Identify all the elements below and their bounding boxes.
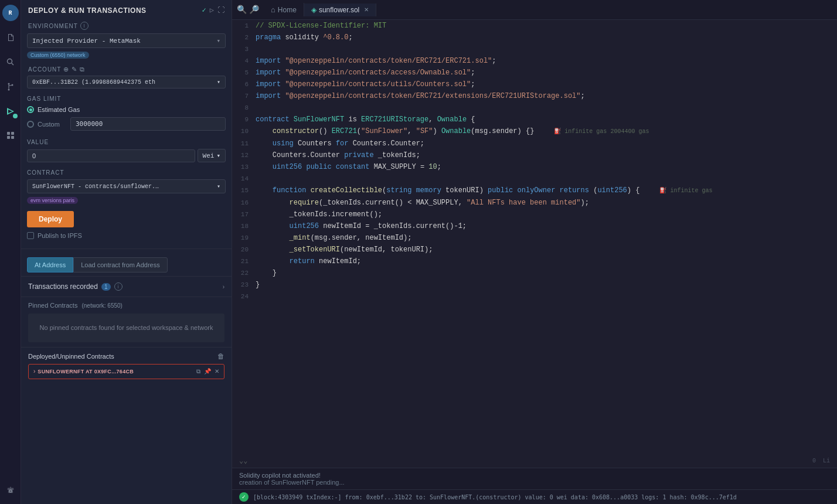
- transactions-count-badge: 1: [101, 283, 111, 291]
- deploy-run-icon[interactable]: [2, 103, 19, 120]
- file-tab[interactable]: ◈ sunflower.sol ✕: [304, 4, 376, 16]
- files-icon[interactable]: [2, 29, 19, 46]
- svg-rect-8: [7, 132, 10, 135]
- transactions-header[interactable]: Transactions recorded 1 i ›: [28, 282, 224, 291]
- code-line-5: 5 import "@openzeppelin/contracts/access…: [232, 67, 837, 79]
- transactions-chevron-icon[interactable]: ›: [223, 284, 224, 290]
- code-line-6: 6 import "@openzeppelin/contracts/utils/…: [232, 79, 837, 90]
- settings-icon[interactable]: [2, 483, 19, 499]
- load-contract-button[interactable]: Load contract from Address: [73, 257, 168, 273]
- logo-icon[interactable]: R: [2, 5, 19, 21]
- svg-rect-9: [11, 132, 14, 135]
- code-line-23: 23 }: [232, 279, 837, 291]
- svg-rect-6: [7, 136, 10, 139]
- unit-chevron-icon: ▾: [216, 152, 220, 159]
- delete-contract-icon[interactable]: ✕: [215, 368, 219, 375]
- collapse-icon[interactable]: ⌄⌄: [239, 457, 247, 465]
- bottom-status-bar: Solidity copilot not activated! creation…: [232, 468, 837, 489]
- git-icon[interactable]: [2, 79, 19, 95]
- bottom-log: ✓ [block:4303949 txIndex:-] from: 0xebf.…: [232, 489, 837, 504]
- contract-section: CONTRACT SunFlowerNFT - contracts/sunflo…: [21, 165, 232, 244]
- publish-row: Publish to IPFS: [27, 230, 226, 241]
- code-line-15: 15 function createCollectible(string mem…: [232, 185, 837, 197]
- custom-gas-row: Custom: [27, 117, 226, 131]
- network-badge: Custom (6550) network: [21, 50, 232, 62]
- code-line-8: 8: [232, 102, 837, 114]
- home-tab[interactable]: ⌂ Home: [264, 3, 304, 16]
- pinned-section: Pinned Contracts (network: 6550) No pinn…: [21, 297, 232, 347]
- code-line-21: 21 return newItemId;: [232, 256, 837, 267]
- tab-bar-icons: 🔍 🔎: [237, 5, 259, 15]
- zoom-in-icon[interactable]: 🔎: [249, 5, 259, 15]
- code-line-10: 10 constructor() ERC721("SunFlower", "SF…: [232, 125, 837, 138]
- unit-select[interactable]: Wei ▾: [198, 149, 226, 162]
- publish-ipfs-checkbox[interactable]: [27, 232, 34, 239]
- custom-gas-radio[interactable]: [27, 121, 34, 128]
- value-row: Wei ▾: [27, 149, 226, 162]
- code-line-1: 1 // SPDX-License-Identifier: MIT: [232, 20, 837, 32]
- success-icon: ✓: [239, 492, 249, 502]
- at-address-button[interactable]: At Address: [27, 257, 73, 273]
- value-input[interactable]: [27, 149, 195, 162]
- deployed-contract-name: › SUNFLOWERNFT AT 0X9FC...764CB: [33, 368, 134, 374]
- plugins-icon[interactable]: [2, 128, 19, 144]
- tab-bar: 🔍 🔎 ⌂ Home ◈ sunflower.sol ✕: [232, 0, 837, 20]
- estimated-gas-radio-row: Estimated Gas: [27, 104, 226, 115]
- svg-point-3: [8, 89, 9, 91]
- svg-rect-7: [11, 136, 14, 139]
- estimated-gas-radio[interactable]: [27, 106, 34, 113]
- transactions-info-icon[interactable]: i: [114, 282, 123, 291]
- account-chevron-icon: ▾: [217, 79, 220, 86]
- code-line-11: 11 using Counters for Counters.Counter;: [232, 138, 837, 149]
- code-line-18: 18 uint256 newItemId = _tokenIds.current…: [232, 220, 837, 232]
- expand-icon[interactable]: ⛶: [217, 6, 224, 15]
- code-line-19: 19 _mint(msg.sender, newItemId);: [232, 232, 837, 244]
- value-section-label: VALUE: [27, 137, 226, 147]
- play-icon[interactable]: ▷: [210, 6, 214, 15]
- li-label: Li: [823, 458, 830, 464]
- home-icon: ⌂: [271, 5, 275, 14]
- custom-gas-input[interactable]: [70, 117, 226, 131]
- contract-expand-icon[interactable]: ›: [33, 368, 35, 374]
- gas-section-label: GAS LIMIT: [27, 93, 226, 104]
- contract-select[interactable]: SunFlowerNFT - contracts/sunflower.sc ▾: [27, 179, 226, 193]
- file-tab-close-icon[interactable]: ✕: [364, 6, 369, 13]
- code-line-17: 17 _tokenIds.increment();: [232, 209, 837, 220]
- account-select[interactable]: 0xEBF...31B22 (1.99988689442375 eth ▾: [27, 76, 226, 88]
- code-line-7: 7 import "@openzeppelin/contracts/token/…: [232, 90, 837, 102]
- search-icon[interactable]: [2, 54, 19, 70]
- account-edit-icon[interactable]: ✎: [72, 66, 77, 73]
- deployed-header: Deployed/Unpinned Contracts 🗑: [28, 352, 224, 360]
- account-row: 0xEBF...31B22 (1.99988689442375 eth ▾: [27, 76, 226, 88]
- deployed-contract-row: › SUNFLOWERNFT AT 0X9FC...764CB ⧉ 📌 ✕: [28, 364, 224, 379]
- value-section: VALUE Wei ▾: [21, 134, 232, 165]
- zoom-out-icon[interactable]: 🔍: [237, 5, 247, 15]
- right-panel: 🔍 🔎 ⌂ Home ◈ sunflower.sol ✕ 1 // SPDX-L…: [232, 0, 837, 504]
- pin-contract-icon[interactable]: 📌: [204, 368, 211, 375]
- scroll-num: 0: [812, 458, 816, 464]
- env-section-label: ENVIRONMENT i: [21, 18, 232, 31]
- trash-icon[interactable]: 🗑: [217, 352, 224, 360]
- copy-contract-icon[interactable]: ⧉: [196, 368, 200, 375]
- transactions-left: Transactions recorded 1 i: [28, 282, 123, 291]
- panel-title: DEPLOY & RUN TRANSACTIONS: [28, 6, 147, 15]
- code-line-9: 9 contract SunFlowerNFT is ERC721URIStor…: [232, 114, 837, 125]
- evm-badge: evm versions paris: [27, 197, 78, 204]
- account-section-label: ACCOUNT ⊕ ✎ ⧉: [21, 62, 232, 74]
- scroll-hint: ⌄⌄ 0 Li: [232, 454, 837, 468]
- environment-select[interactable]: Injected Provider - MetaMask ▾: [27, 33, 226, 48]
- code-line-16: 16 require(_tokenIds.current() < MAX_SUP…: [232, 197, 837, 209]
- code-line-22: 22 }: [232, 267, 837, 279]
- account-add-icon[interactable]: ⊕: [63, 66, 69, 73]
- deploy-button[interactable]: Deploy: [27, 211, 74, 227]
- panel-header-icons: ✓ ▷ ⛶: [202, 6, 224, 15]
- account-copy-icon[interactable]: ⧉: [80, 66, 85, 73]
- code-area[interactable]: 1 // SPDX-License-Identifier: MIT 2 prag…: [232, 20, 837, 454]
- address-buttons: At Address Load contract from Address: [27, 257, 226, 273]
- contract-section-label: CONTRACT: [27, 167, 226, 177]
- check-icon[interactable]: ✓: [202, 6, 206, 15]
- gas-limit-section: GAS LIMIT Estimated Gas Custom: [21, 90, 232, 134]
- env-info-icon[interactable]: i: [80, 22, 89, 30]
- code-line-12: 12 Counters.Counter private _tokenIds;: [232, 149, 837, 161]
- svg-line-1: [11, 63, 13, 65]
